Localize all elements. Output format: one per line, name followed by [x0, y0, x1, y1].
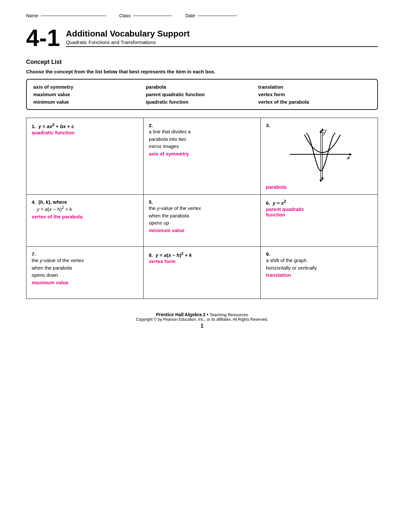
cell-8: 8. y = a(x − h)2 + k vertex form — [144, 247, 261, 299]
cell-7: 7. the y-value of the vertexwhen the par… — [26, 247, 144, 299]
cell-answer-3: parabola — [266, 184, 372, 190]
cell-answer-9: translation — [266, 272, 372, 278]
cell-number-2: 2. — [149, 123, 255, 128]
cell-text-9: a shift of the graphhorizontally or vert… — [266, 257, 372, 272]
cell-answer-6: parent quadraticfunction — [266, 206, 372, 217]
date-label: Date — [185, 13, 237, 18]
cell-answer-2: axis of symmetry — [149, 151, 255, 156]
concept-item-4: parent quadratic function — [146, 92, 258, 97]
cell-number-8: 8. y = a(x − h)2 + k — [149, 251, 255, 258]
cell-text-2: a line that divides aparabola into twomi… — [149, 128, 255, 150]
parabola-graph-2: y x — [266, 130, 372, 182]
cell-answer-7: maximum value — [32, 280, 138, 285]
cell-3: 3. — [261, 118, 378, 195]
section-title: Concept List — [26, 59, 378, 66]
cell-6: 6. y = x2 parent quadraticfunction — [261, 195, 378, 247]
cell-answer-1: quadratic function — [32, 130, 138, 135]
cell-number-7: 7. — [32, 251, 138, 257]
concept-item-8: vertex of the parabola — [258, 99, 371, 105]
class-label: Class — [119, 13, 172, 18]
header-text-block: Additional Vocabulary Support Quadratic … — [66, 29, 378, 47]
page-title: Additional Vocabulary Support — [66, 29, 378, 39]
page-footer: Prentice Hall Algebra 2 • Teaching Resou… — [26, 312, 378, 329]
cell-text-5: the y-value of the vertexwhen the parabo… — [149, 205, 255, 227]
cell-text-4: y = a(x − h)2 + k — [37, 205, 138, 213]
svg-marker-9 — [349, 153, 352, 156]
cell-number-4: 4. (h, k), where — [32, 199, 138, 205]
cell-answer-8: vertex form — [149, 259, 255, 264]
concept-item-1: parabola — [146, 84, 258, 90]
top-fields: Name Class Date — [26, 13, 378, 18]
cell-1: 1. y = ax2 + bx + c quadratic function — [26, 118, 144, 195]
svg-marker-11 — [319, 130, 322, 133]
concept-item-0: axis of symmetry — [33, 84, 146, 90]
cell-text-7: the y-value of the vertexwhen the parabo… — [32, 257, 138, 279]
page-number: 1 — [26, 323, 378, 329]
concept-item-7: quadratic function — [146, 99, 258, 105]
cell-answer-4: vertex of the parabola — [32, 214, 138, 219]
cell-2: 2. a line that divides aparabola into tw… — [144, 118, 261, 195]
name-label: Name — [26, 13, 106, 18]
cell-number-6: 6. y = x2 — [266, 199, 372, 206]
cell-answer-5: minimum value — [149, 228, 255, 233]
table-row: 7. the y-value of the vertexwhen the par… — [26, 247, 378, 299]
cell-number-9: 9. — [266, 251, 372, 257]
answer-grid: 1. y = ax2 + bx + c quadratic function 2… — [26, 118, 378, 299]
table-row: 1. y = ax2 + bx + c quadratic function 2… — [26, 118, 378, 195]
svg-text:x: x — [346, 155, 349, 160]
cell-number-3: 3. — [266, 123, 372, 128]
cell-number-5: 5. — [149, 199, 255, 205]
cell-number-1: 1. y = ax2 + bx + c — [32, 123, 138, 129]
footer-copyright: Copyright © by Pearson Education, Inc., … — [26, 317, 378, 322]
concept-item-6: minimum value — [33, 99, 146, 105]
concept-item-5: vertex form — [258, 92, 371, 97]
cell-4: 4. (h, k), where y = a(x − h)2 + k verte… — [26, 195, 144, 247]
cell-5: 5. the y-value of the vertexwhen the par… — [144, 195, 261, 247]
table-row: 4. (h, k), where y = a(x − h)2 + k verte… — [26, 195, 378, 247]
page-header: 4-1 Additional Vocabulary Support Quadra… — [26, 29, 378, 50]
page-subtitle: Quadratic Functions and Transformations — [66, 39, 378, 45]
concept-item-3: maximum value — [33, 92, 146, 97]
concept-item-2: translation — [258, 84, 371, 90]
cell-9: 9. a shift of the graphhorizontally or v… — [261, 247, 378, 299]
concept-list-box: axis of symmetry parabola translation ma… — [26, 79, 378, 110]
svg-text:y: y — [323, 131, 326, 136]
footer-publisher: Prentice Hall Algebra 2 • Teaching Resou… — [26, 312, 378, 317]
svg-marker-12 — [319, 180, 322, 182]
instruction-text: Choose the concept from the list below t… — [26, 69, 378, 74]
section-number: 4-1 — [26, 26, 60, 50]
